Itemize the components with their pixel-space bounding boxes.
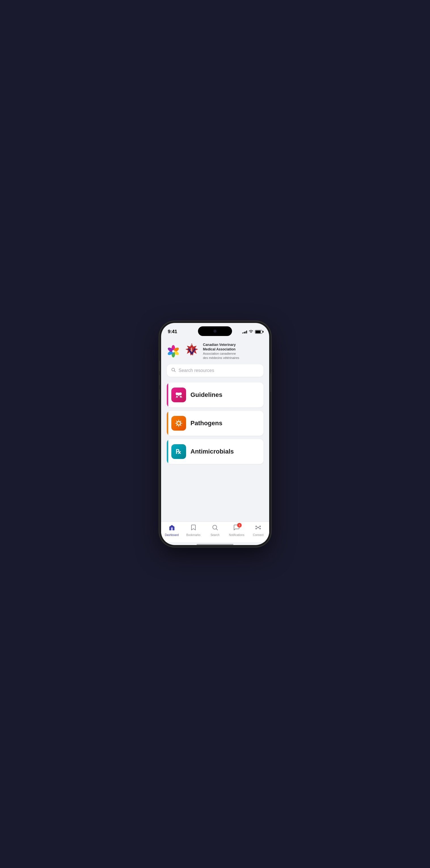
svg-point-27 xyxy=(256,528,257,529)
power-button xyxy=(270,374,271,392)
front-camera xyxy=(213,330,217,333)
pathogens-label: Pathogens xyxy=(191,420,222,427)
nav-item-notifications[interactable]: 1 Notifications xyxy=(228,524,245,536)
svg-point-23 xyxy=(213,525,217,529)
pathogens-accent-bar xyxy=(167,411,168,436)
pinwheel-logo xyxy=(167,345,180,358)
antimicrobials-icon-wrap: ℞ xyxy=(171,444,186,459)
svg-point-25 xyxy=(256,526,257,527)
cvma-french-line1: Association canadienne des médecins vété… xyxy=(203,351,239,360)
home-indicator xyxy=(197,544,233,545)
cvma-emblem xyxy=(183,343,200,360)
connect-icon xyxy=(255,524,261,533)
guidelines-label: Guidelines xyxy=(191,391,222,399)
dynamic-island xyxy=(198,327,232,336)
svg-text:℞: ℞ xyxy=(176,448,181,455)
pathogens-icon-wrap xyxy=(171,416,186,431)
search-bar[interactable]: Search resources xyxy=(167,364,263,377)
svg-line-31 xyxy=(257,528,258,528)
cvma-english-line1: Canadian Veterinary Medical Association xyxy=(203,343,239,351)
svg-point-11 xyxy=(177,393,177,394)
signal-icon xyxy=(242,330,247,334)
pathogens-card[interactable]: Pathogens xyxy=(167,411,263,436)
connect-label: Connect xyxy=(253,533,263,536)
antimicrobials-card[interactable]: ℞ Antimicrobials xyxy=(167,439,263,464)
svg-point-13 xyxy=(177,422,180,425)
svg-line-21 xyxy=(176,425,177,426)
svg-line-32 xyxy=(259,528,260,528)
svg-line-19 xyxy=(180,425,181,426)
wifi-icon xyxy=(249,330,253,334)
nav-item-search[interactable]: Search xyxy=(206,524,224,536)
bookmarks-icon xyxy=(190,524,197,533)
antimicrobials-accent-bar xyxy=(167,439,168,464)
notifications-label: Notifications xyxy=(229,533,244,536)
svg-line-18 xyxy=(176,421,177,422)
guidelines-accent-bar xyxy=(167,382,168,407)
dashboard-label: Dashboard xyxy=(165,533,179,536)
cvma-text: Canadian Veterinary Medical Association … xyxy=(203,343,239,360)
svg-point-7 xyxy=(172,350,174,352)
svg-line-29 xyxy=(257,527,258,527)
guidelines-card[interactable]: Guidelines xyxy=(167,382,263,407)
nav-item-dashboard[interactable]: Dashboard xyxy=(163,524,180,536)
status-time: 9:41 xyxy=(168,329,177,335)
svg-line-20 xyxy=(180,421,181,422)
status-icons xyxy=(242,330,262,334)
logo-section: Canadian Veterinary Medical Association … xyxy=(167,341,263,364)
nav-item-bookmarks[interactable]: Bookmarks xyxy=(185,524,202,536)
bottom-nav: Dashboard Bookmarks S xyxy=(161,522,269,542)
guidelines-icon-wrap xyxy=(171,388,186,402)
phone-frame: 9:41 xyxy=(160,321,271,547)
search-nav-icon xyxy=(211,524,219,533)
dashboard-icon xyxy=(169,524,175,533)
svg-point-9 xyxy=(191,344,192,345)
cvma-section: Canadian Veterinary Medical Association … xyxy=(183,343,239,360)
notifications-icon: 1 xyxy=(233,524,240,533)
search-icon xyxy=(171,368,176,373)
main-content: Canadian Veterinary Medical Association … xyxy=(161,338,269,522)
svg-point-24 xyxy=(258,527,259,528)
search-placeholder-text: Search resources xyxy=(179,368,214,373)
svg-point-26 xyxy=(260,526,261,527)
antimicrobials-label: Antimicrobials xyxy=(191,448,234,455)
notification-badge: 1 xyxy=(237,523,242,527)
search-label: Search xyxy=(210,533,220,536)
battery-icon xyxy=(255,330,262,334)
svg-point-28 xyxy=(260,528,261,529)
phone-screen: 9:41 xyxy=(161,323,269,545)
nav-item-connect[interactable]: Connect xyxy=(250,524,267,536)
bookmarks-label: Bookmarks xyxy=(187,533,201,536)
svg-line-30 xyxy=(259,527,260,527)
